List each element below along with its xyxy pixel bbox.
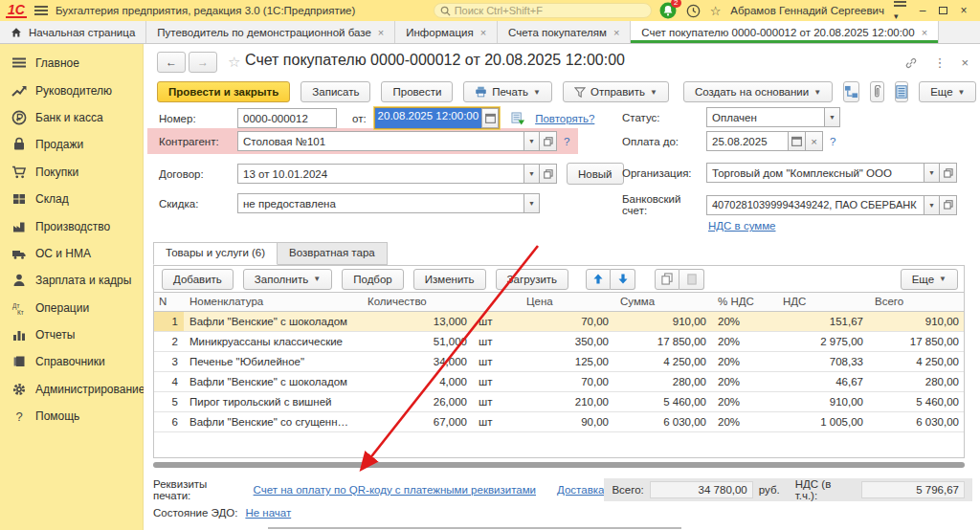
table-cell[interactable]: шт bbox=[473, 312, 521, 332]
sidebar-item-hr[interactable]: Зарплата и кадры bbox=[0, 267, 143, 294]
status-select[interactable]: Оплачен bbox=[706, 107, 825, 127]
open-item-icon[interactable] bbox=[940, 163, 957, 183]
organization-input[interactable]: Торговый дом "Комплексный" ООО bbox=[706, 163, 924, 183]
user-name[interactable]: Абрамов Геннадий Сергеевич bbox=[730, 5, 884, 16]
pay-until-input[interactable]: 25.08.2025 bbox=[706, 131, 789, 151]
related-documents-button[interactable] bbox=[843, 81, 859, 102]
global-search-input[interactable]: Поиск Ctrl+Shift+F bbox=[434, 3, 652, 18]
table-cell[interactable]: 4 250,00 bbox=[869, 352, 965, 372]
table-cell[interactable]: 20% bbox=[712, 392, 777, 412]
discount-input[interactable]: не предоставлена bbox=[237, 193, 524, 213]
new-contract-button[interactable]: Новый bbox=[567, 163, 624, 185]
table-row[interactable]: 4Вафли "Венские" с шоколадом4,000шт70,00… bbox=[153, 372, 965, 392]
table-cell[interactable]: 910,00 bbox=[869, 312, 965, 332]
window-close-button[interactable]: × bbox=[957, 4, 970, 17]
table-cell[interactable]: 2 bbox=[153, 332, 184, 352]
table-cell[interactable]: 4,000 bbox=[362, 372, 473, 392]
calendar-icon[interactable] bbox=[789, 131, 806, 151]
table-cell[interactable]: 125,00 bbox=[521, 352, 614, 372]
qr-invoice-link[interactable]: Счет на оплату по QR-коду с платежными р… bbox=[254, 484, 536, 496]
table-cell[interactable]: 26,000 bbox=[362, 392, 473, 412]
table-cell[interactable]: 210,00 bbox=[521, 392, 614, 412]
table-cell[interactable]: 708,33 bbox=[777, 352, 869, 372]
tab-close-icon[interactable]: × bbox=[613, 27, 619, 38]
delivery-link[interactable]: Доставка bbox=[557, 484, 604, 496]
favorites-icon[interactable]: ☆ bbox=[710, 4, 722, 18]
print-button[interactable]: Печать ▼ bbox=[463, 81, 552, 102]
tab-close-icon[interactable]: × bbox=[922, 27, 927, 38]
tab-guide[interactable]: Путеводитель по демонстрационной базе × bbox=[146, 21, 395, 43]
table-cell[interactable]: Вафли "Венские" со сгущенн… bbox=[184, 412, 362, 432]
recurring-icon[interactable] bbox=[511, 112, 525, 125]
open-item-icon[interactable] bbox=[940, 195, 957, 215]
tab-close-icon[interactable]: × bbox=[480, 27, 486, 38]
vat-mode-link[interactable]: НДС в сумме bbox=[708, 220, 775, 232]
chevron-down-icon[interactable]: ▼ bbox=[924, 195, 940, 215]
table-cell[interactable]: 20% bbox=[712, 332, 777, 352]
sidebar-item-production[interactable]: Производство bbox=[0, 212, 143, 239]
back-button[interactable]: ← bbox=[157, 52, 186, 73]
table-cell[interactable]: Миникруассаны классические bbox=[184, 332, 362, 352]
sidebar-item-help[interactable]: ?Помощь bbox=[0, 403, 143, 430]
chevron-down-icon[interactable]: ▼ bbox=[524, 193, 540, 213]
chevron-down-icon[interactable]: ▼ bbox=[825, 107, 840, 127]
tab-close-icon[interactable]: × bbox=[378, 27, 384, 38]
sidebar-item-admin[interactable]: Администрирование bbox=[0, 376, 143, 403]
date-input[interactable]: 20.08.2025 12:00:00 bbox=[374, 107, 501, 129]
table-row[interactable]: 1Вафли "Венские" с шоколадом13,000шт70,0… bbox=[153, 312, 965, 332]
create-based-on-button[interactable]: Создать на основании ▼ bbox=[683, 81, 833, 102]
table-row[interactable]: 5Пирог тирольский с вишней26,000шт210,00… bbox=[153, 392, 965, 412]
table-cell[interactable]: 13,000 bbox=[362, 312, 473, 332]
add-row-button[interactable]: Добавить bbox=[162, 269, 234, 290]
edo-status-link[interactable]: Не начат bbox=[245, 507, 291, 519]
table-cell[interactable]: 51,000 bbox=[362, 332, 473, 352]
main-menu-icon[interactable] bbox=[34, 4, 48, 17]
table-cell[interactable]: 20% bbox=[712, 312, 777, 332]
history-icon[interactable] bbox=[686, 4, 701, 18]
table-row[interactable]: 3Печенье "Юбилейное"34,000шт125,004 250,… bbox=[153, 352, 965, 372]
chevron-down-icon[interactable]: ▼ bbox=[524, 131, 540, 151]
forward-button[interactable]: → bbox=[189, 52, 217, 73]
table-cell[interactable]: шт bbox=[473, 392, 521, 412]
sidebar-item-reports[interactable]: Отчеты bbox=[0, 321, 143, 348]
edit-button[interactable]: Изменить bbox=[413, 269, 486, 290]
table-cell[interactable]: шт bbox=[473, 372, 521, 392]
table-cell[interactable]: 6 030,00 bbox=[869, 412, 965, 432]
table-cell[interactable]: 20% bbox=[712, 412, 777, 432]
counterparty-help-link[interactable]: ? bbox=[564, 136, 569, 147]
table-cell[interactable]: 34,000 bbox=[362, 352, 473, 372]
contract-input[interactable]: 13 от 10.01.2024 bbox=[237, 164, 524, 184]
tab-information[interactable]: Информация × bbox=[395, 21, 498, 43]
sidebar-item-purchases[interactable]: Покупки bbox=[0, 159, 143, 186]
table-cell[interactable]: 1 005,00 bbox=[777, 412, 869, 432]
pick-button[interactable]: Подбор bbox=[342, 269, 404, 290]
sidebar-item-assets[interactable]: ОС и НМА bbox=[0, 240, 143, 267]
table-cell[interactable]: 280,00 bbox=[869, 372, 965, 392]
send-button[interactable]: Отправить ▼ bbox=[563, 81, 669, 102]
table-cell[interactable]: шт bbox=[473, 352, 521, 372]
table-cell[interactable]: Пирог тирольский с вишней bbox=[184, 392, 362, 412]
move-down-button[interactable] bbox=[611, 269, 635, 290]
table-cell[interactable]: 5 460,00 bbox=[869, 392, 965, 412]
sidebar-item-sales[interactable]: Продажи bbox=[0, 131, 143, 158]
copy-rows-button[interactable] bbox=[655, 269, 679, 290]
table-cell[interactable]: 2 975,00 bbox=[777, 332, 869, 352]
sidebar-item-bank[interactable]: Банк и касса bbox=[0, 104, 143, 131]
chevron-down-icon[interactable]: ▼ bbox=[524, 164, 540, 184]
table-cell[interactable]: 90,00 bbox=[521, 412, 614, 432]
load-button[interactable]: Загрузить bbox=[496, 269, 569, 290]
table-cell[interactable]: Вафли "Венские" с шоколадом bbox=[184, 372, 362, 392]
sidebar-item-manager[interactable]: Руководителю bbox=[0, 77, 143, 103]
document-journal-button[interactable] bbox=[895, 81, 908, 102]
open-item-icon[interactable] bbox=[540, 131, 557, 151]
chevron-down-icon[interactable]: ▼ bbox=[924, 163, 940, 183]
table-row[interactable]: 6Вафли "Венские" со сгущенн…67,000шт90,0… bbox=[153, 412, 965, 432]
form-menu-icon[interactable]: ⋮ bbox=[933, 55, 946, 70]
move-up-button[interactable] bbox=[586, 269, 611, 290]
table-cell[interactable]: 4 bbox=[153, 372, 184, 392]
pay-until-help-link[interactable]: ? bbox=[830, 136, 835, 147]
service-menu-icon[interactable]: ▾ bbox=[894, 0, 906, 22]
get-link-icon[interactable] bbox=[904, 56, 918, 70]
sidebar-item-operations[interactable]: ДтКтОперации bbox=[0, 295, 143, 321]
favorite-star-icon[interactable]: ☆ bbox=[228, 54, 240, 71]
